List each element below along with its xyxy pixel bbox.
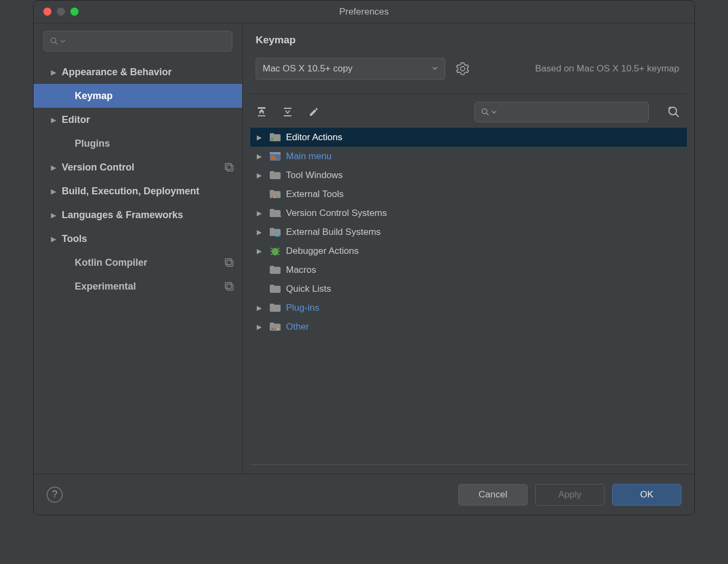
- disclosure-arrow-icon: ▶: [48, 187, 60, 195]
- nav-keymap[interactable]: Keymap: [34, 84, 242, 108]
- keymap-select[interactable]: Mac OS X 10.5+ copy: [256, 58, 445, 80]
- svg-rect-7: [227, 284, 233, 290]
- keymap-tree[interactable]: ▶ Editor Actions ▶ Main menu ▶ Tool Wind…: [250, 128, 687, 465]
- folder-editor-icon: [269, 132, 282, 143]
- edit-shortcut-button[interactable]: [307, 105, 321, 119]
- help-button[interactable]: ?: [47, 487, 63, 503]
- svg-point-16: [669, 107, 677, 115]
- tree-tool-windows[interactable]: ▶ Tool Windows: [250, 166, 687, 185]
- nav-kotlin-compiler[interactable]: Kotlin Compiler: [34, 251, 242, 274]
- menu-icon: [269, 151, 282, 162]
- settings-sidebar: ▶ Appearance & Behavior Keymap ▶ Editor …: [34, 23, 243, 474]
- svg-line-1: [55, 42, 57, 44]
- folder-icon: [269, 284, 282, 294]
- nav-tools[interactable]: ▶ Tools: [34, 227, 242, 251]
- project-badge-icon: [224, 281, 235, 292]
- nav-build-execution-deployment[interactable]: ▶ Build, Execution, Deployment: [34, 179, 242, 203]
- nav-experimental[interactable]: Experimental: [34, 274, 242, 298]
- svg-rect-6: [225, 283, 231, 288]
- external-tools-icon: [269, 189, 282, 200]
- help-icon: ?: [52, 489, 57, 500]
- svg-line-31: [271, 248, 273, 250]
- svg-point-25: [276, 196, 278, 198]
- folder-misc-icon: [269, 322, 282, 332]
- find-shortcut-icon: [667, 105, 681, 119]
- keymap-select-value: Mac OS X 10.5+ copy: [263, 63, 432, 74]
- folder-icon: [269, 170, 282, 181]
- chevron-down-icon: [60, 38, 66, 44]
- dialog-footer: ? Cancel Apply OK: [34, 474, 694, 515]
- ok-button[interactable]: OK: [612, 484, 681, 506]
- disclosure-arrow-icon: ▶: [253, 209, 264, 217]
- tree-debugger-actions[interactable]: ▶ Debugger Actions: [250, 241, 687, 260]
- action-search-field[interactable]: [497, 107, 643, 117]
- collapse-all-icon: [282, 107, 293, 117]
- svg-rect-5: [227, 260, 233, 266]
- tree-version-control-systems[interactable]: ▶ Version Control Systems: [250, 204, 687, 222]
- chevron-down-icon: [491, 109, 497, 115]
- disclosure-arrow-icon: ▶: [48, 116, 60, 124]
- tree-external-build-systems[interactable]: ▶ External Build Systems: [250, 222, 687, 241]
- tree-editor-actions[interactable]: ▶ Editor Actions: [250, 128, 687, 147]
- tree-other[interactable]: ▶ Other: [250, 317, 687, 336]
- titlebar: Preferences: [34, 1, 694, 23]
- svg-line-32: [277, 248, 280, 250]
- tree-plugins[interactable]: ▶ Plug-ins: [250, 298, 687, 317]
- disclosure-arrow-icon: ▶: [253, 228, 264, 236]
- svg-point-23: [272, 196, 274, 198]
- folder-icon: [269, 265, 282, 276]
- disclosure-arrow-icon: ▶: [253, 134, 264, 141]
- nav-plugins[interactable]: Plugins: [34, 132, 242, 155]
- nav-languages-frameworks[interactable]: ▶ Languages & Frameworks: [34, 203, 242, 227]
- svg-point-35: [271, 328, 274, 330]
- tree-quick-lists[interactable]: Quick Lists: [250, 279, 687, 298]
- breadcrumb: Keymap: [243, 23, 694, 49]
- svg-rect-20: [270, 152, 281, 154]
- cancel-button[interactable]: Cancel: [458, 484, 528, 506]
- apply-button[interactable]: Apply: [535, 484, 604, 506]
- folder-gear-icon: [269, 227, 282, 238]
- svg-rect-21: [271, 156, 275, 157]
- collapse-all-button[interactable]: [281, 105, 295, 119]
- window-title: Preferences: [34, 6, 694, 17]
- svg-point-27: [277, 233, 278, 235]
- disclosure-arrow-icon: ▶: [48, 68, 60, 76]
- nav-appearance-behavior[interactable]: ▶ Appearance & Behavior: [34, 60, 242, 84]
- disclosure-arrow-icon: ▶: [48, 163, 60, 172]
- nav-editor[interactable]: ▶ Editor: [34, 108, 242, 132]
- svg-rect-18: [271, 138, 274, 141]
- svg-rect-4: [225, 259, 231, 265]
- keymap-settings-button[interactable]: [455, 61, 470, 76]
- svg-rect-3: [227, 165, 233, 171]
- disclosure-arrow-icon: ▶: [253, 172, 264, 179]
- sidebar-search-field[interactable]: [66, 36, 226, 46]
- sidebar-search-input[interactable]: [43, 31, 232, 51]
- expand-all-button[interactable]: [255, 105, 269, 119]
- disclosure-arrow-icon: ▶: [48, 235, 60, 243]
- disclosure-arrow-icon: ▶: [253, 323, 264, 331]
- search-icon: [49, 36, 59, 46]
- tree-external-tools[interactable]: External Tools: [250, 185, 687, 204]
- svg-line-17: [675, 114, 679, 117]
- gear-icon: [456, 62, 469, 75]
- folder-icon: [269, 208, 282, 219]
- tree-macros[interactable]: Macros: [250, 260, 687, 279]
- svg-point-24: [274, 196, 276, 198]
- svg-line-33: [271, 253, 273, 255]
- svg-rect-2: [225, 163, 231, 169]
- project-badge-icon: [224, 162, 235, 173]
- nav-version-control[interactable]: ▶ Version Control: [34, 155, 242, 179]
- svg-point-36: [274, 328, 276, 330]
- svg-point-14: [482, 109, 487, 114]
- search-icon: [480, 107, 490, 117]
- disclosure-arrow-icon: ▶: [253, 304, 264, 312]
- chevron-down-icon: [432, 63, 438, 74]
- bug-icon: [269, 246, 282, 257]
- settings-nav: ▶ Appearance & Behavior Keymap ▶ Editor …: [34, 57, 242, 474]
- find-by-shortcut-button[interactable]: [665, 103, 682, 121]
- tree-main-menu[interactable]: ▶ Main menu: [250, 147, 687, 166]
- action-search-input[interactable]: [474, 102, 649, 122]
- main-panel: Keymap Mac OS X 10.5+ copy Based on Mac …: [243, 23, 694, 474]
- svg-rect-22: [271, 158, 276, 159]
- based-on-label: Based on Mac OS X 10.5+ keymap: [535, 63, 681, 74]
